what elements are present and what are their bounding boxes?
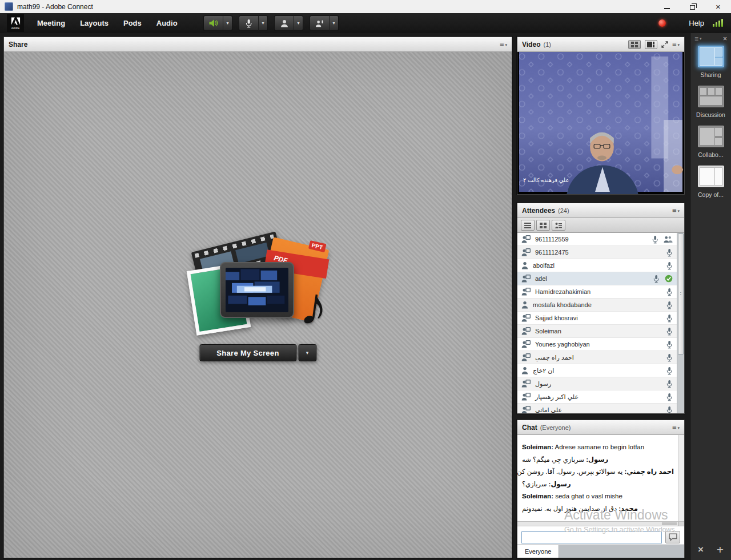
attendee-row[interactable]: abolfazl [517,259,684,272]
chat-bubble-icon [669,533,677,541]
microphone-icon [666,393,673,401]
attendee-row[interactable]: Sajjad khosravi [517,312,684,325]
share-pod: Share ≡ ▾ PPT PDF [3,37,512,558]
list-view-icon [524,223,531,228]
ppt-label: PPT [308,240,326,252]
microphone-active-icon [666,327,673,336]
connection-signal-icon[interactable] [713,19,723,27]
chat-horizontal-scrollbar[interactable] [517,521,684,526]
video-caption: علي فرهنده كالت ٢ [523,177,569,184]
chat-vertical-scrollbar[interactable] [678,435,684,521]
status-dropdown[interactable]: ▾ [329,15,339,31]
layout-thumbnail-sharing[interactable] [698,46,724,67]
webcam-button[interactable] [274,15,294,31]
help-menu[interactable]: Help [689,19,704,27]
layout-item-sharing[interactable]: Sharing [698,46,724,78]
close-button[interactable]: × [705,0,731,13]
menu-meeting[interactable]: Meeting [30,13,73,33]
raise-hand-icon [315,19,324,27]
attendees-toolbar [517,218,684,233]
attendee-row[interactable]: ان ۲خاج [517,364,684,377]
microphone-icon [652,235,658,244]
layout-panel-close-icon[interactable]: × [723,35,727,42]
attendees-scrollbar-thumb[interactable] [678,233,684,354]
chat-tab-everyone[interactable]: Everyone [517,545,559,558]
attendee-list-view-button[interactable] [521,220,535,231]
attendee-row-selected[interactable]: adel [517,272,684,285]
microphone-button[interactable] [239,15,258,31]
attendee-row[interactable]: رسول [517,377,684,390]
caret-down-icon: ▾ [677,426,680,430]
video-filmstrip-view-button[interactable] [645,40,657,49]
share-pod-menu-button[interactable]: ≡ ▾ [500,41,507,48]
window-titlebar: math99 - Adobe Connect × [0,0,731,13]
chat-input[interactable] [521,531,662,543]
chat-message: Soleiman: seda ghat o vasl mishe [522,490,674,503]
attendee-row[interactable]: Soleiman [517,325,684,338]
chat-message-list: Soleiman: Adrese samane ro begin lotfan … [517,435,678,521]
host-role-icon [521,406,531,413]
video-fullscreen-button[interactable] [661,41,668,48]
caret-down-icon: ▾ [505,43,507,47]
pod-menu-icon: ≡ [672,41,677,48]
attendee-row[interactable]: Younes yaghobiyan [517,338,684,351]
caret-down-icon: ▾ [332,21,335,26]
menu-audio[interactable]: Audio [149,13,185,33]
layout-thumbnail-collaboration[interactable] [698,126,724,147]
microphone-icon [245,19,252,28]
chat-tab-bar: Everyone [517,545,684,558]
share-my-screen-button[interactable]: Share My Screen [199,344,296,361]
attendee-row[interactable]: 9611112559 [517,233,684,246]
layout-label: Copy of... [698,191,724,198]
speaker-button[interactable] [203,15,223,31]
chat-send-button[interactable] [665,531,680,543]
adobe-logo-text: Adobe [11,26,19,30]
participant-role-icon [521,301,528,309]
layout-item-copy[interactable]: Copy of... [698,166,724,198]
chat-scrollbar-thumb[interactable] [662,522,677,525]
video-pod-menu-button[interactable]: ≡ ▾ [672,41,680,48]
minimize-button[interactable] [654,0,680,13]
host-role-icon [521,288,531,296]
layout-item-discussion[interactable]: Discussion [696,86,725,118]
status-view-button[interactable] [552,220,565,231]
attendee-row[interactable]: Hamidrezahakimian [517,285,684,299]
attendees-scrollbar[interactable] [677,233,684,413]
attendee-row[interactable]: mostafa khodabande [517,299,684,312]
raise-hand-button[interactable] [310,15,329,31]
menu-pods[interactable]: Pods [116,13,149,33]
attendee-name: Sajjad khosravi [535,315,578,321]
attendees-pod-menu-button[interactable]: ≡ ▾ [672,207,680,214]
webcam-dropdown[interactable]: ▾ [294,15,303,31]
layout-thumbnail-copy[interactable] [698,166,724,187]
chat-pod-menu-button[interactable]: ≡ ▾ [672,424,680,431]
window-title: math99 - Adobe Connect [17,3,93,11]
microphone-icon [666,353,673,362]
menu-layouts[interactable]: Layouts [73,13,116,33]
microphone-icon [666,314,673,323]
attendee-row[interactable]: علي اماني [517,404,684,413]
attendee-row[interactable]: احمد راه چمني [517,351,684,364]
restore-button[interactable] [680,0,705,13]
microphone-dropdown[interactable]: ▾ [258,15,268,31]
layout-thumbnail-discussion[interactable] [698,86,724,107]
host-role-icon [521,314,531,322]
layout-panel-menu-button[interactable]: ≡ ▾ [694,35,702,43]
video-pod: Video (1) ≡ ▾ [517,37,685,195]
caret-down-icon: ▾ [306,350,309,356]
attendee-row[interactable]: 9611112475 [517,246,684,259]
share-content-illustration: PPT PDF ♪ [196,244,320,344]
attendees-count: (24) [558,207,569,214]
breakout-view-button[interactable] [536,220,550,231]
attendee-row[interactable]: علي اكبر رهسپار [517,390,684,404]
video-grid-view-button[interactable] [628,40,641,49]
host-role-icon [521,235,531,243]
layout-item-collaboration[interactable]: Collabo... [698,126,724,158]
chat-scrollbar-button[interactable] [678,522,684,526]
close-layout-icon[interactable]: × [698,545,704,554]
share-options-dropdown[interactable]: ▾ [298,344,316,361]
host-role-icon [521,275,531,283]
add-layout-icon[interactable]: + [717,543,724,555]
video-pod-title: Video [522,41,540,49]
speaker-dropdown[interactable]: ▾ [223,15,232,31]
